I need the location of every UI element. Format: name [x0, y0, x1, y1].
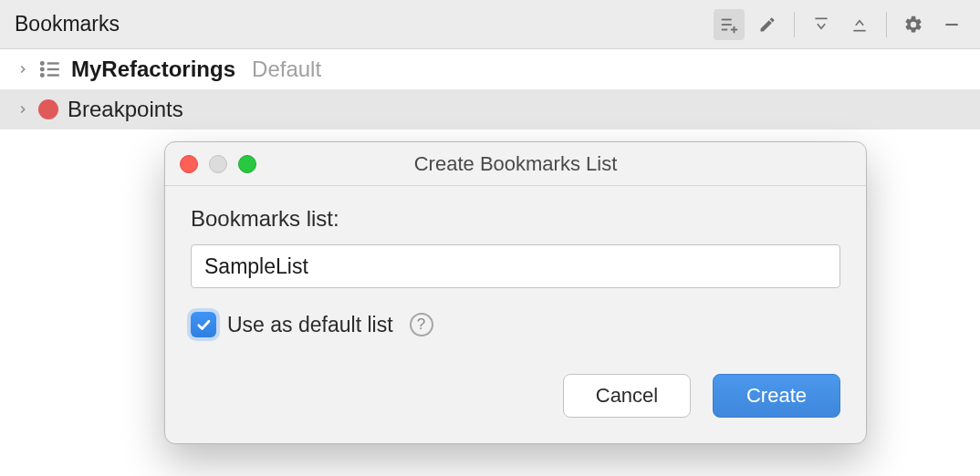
- bookmarks-list-name-input[interactable]: [191, 244, 840, 288]
- cancel-button-label: Cancel: [596, 384, 658, 408]
- pencil-icon: [758, 16, 777, 34]
- bookmarks-tree[interactable]: MyRefactorings Default Breakpoints: [0, 49, 980, 129]
- bookmarks-panel-header: Bookmarks: [0, 0, 980, 49]
- create-button-label: Create: [746, 384, 807, 408]
- expand-all-icon: [812, 16, 830, 34]
- svg-point-12: [41, 74, 44, 77]
- window-minimize-button[interactable]: [209, 155, 227, 173]
- breakpoint-dot-icon: [38, 99, 58, 119]
- window-close-button[interactable]: [180, 155, 198, 173]
- svg-point-8: [41, 62, 44, 65]
- add-list-button[interactable]: [714, 9, 745, 40]
- name-field-label: Bookmarks list:: [191, 206, 840, 232]
- tree-row-myrefactorings[interactable]: MyRefactorings Default: [0, 49, 980, 89]
- use-default-checkbox[interactable]: [191, 312, 216, 337]
- minimize-icon: [943, 16, 961, 34]
- toolbar-separator: [886, 12, 887, 37]
- create-bookmarks-list-dialog: Create Bookmarks List Bookmarks list: Us…: [164, 141, 867, 444]
- toolbar-separator: [794, 12, 795, 37]
- svg-point-10: [41, 68, 44, 71]
- collapse-all-icon: [850, 16, 869, 34]
- panel-toolbar: [714, 9, 967, 40]
- dialog-title: Create Bookmarks List: [180, 152, 851, 176]
- tree-item-suffix: Default: [252, 57, 321, 82]
- window-controls: [180, 155, 256, 173]
- edit-button[interactable]: [752, 9, 783, 40]
- dialog-button-row: Cancel Create: [165, 347, 866, 443]
- checkmark-icon: [195, 316, 212, 333]
- dialog-body: Bookmarks list: Use as default list ?: [165, 186, 866, 347]
- settings-button[interactable]: [898, 9, 929, 40]
- tree-row-breakpoints[interactable]: Breakpoints: [0, 89, 980, 129]
- cancel-button[interactable]: Cancel: [563, 374, 691, 418]
- gear-icon: [903, 15, 923, 35]
- tree-item-label: Breakpoints: [68, 97, 183, 122]
- bookmark-list-icon: [38, 57, 62, 81]
- chevron-right-icon: [16, 103, 29, 116]
- tree-item-label: MyRefactorings: [71, 57, 235, 82]
- collapse-all-button[interactable]: [844, 9, 875, 40]
- use-default-label: Use as default list: [227, 313, 393, 337]
- dialog-titlebar[interactable]: Create Bookmarks List: [165, 142, 866, 186]
- panel-title: Bookmarks: [15, 12, 714, 36]
- create-button[interactable]: Create: [713, 374, 840, 418]
- help-icon[interactable]: ?: [410, 313, 433, 336]
- add-list-icon: [719, 15, 739, 35]
- hide-panel-button[interactable]: [936, 9, 967, 40]
- chevron-right-icon: [16, 63, 29, 76]
- expand-all-button[interactable]: [806, 9, 837, 40]
- window-zoom-button[interactable]: [238, 155, 256, 173]
